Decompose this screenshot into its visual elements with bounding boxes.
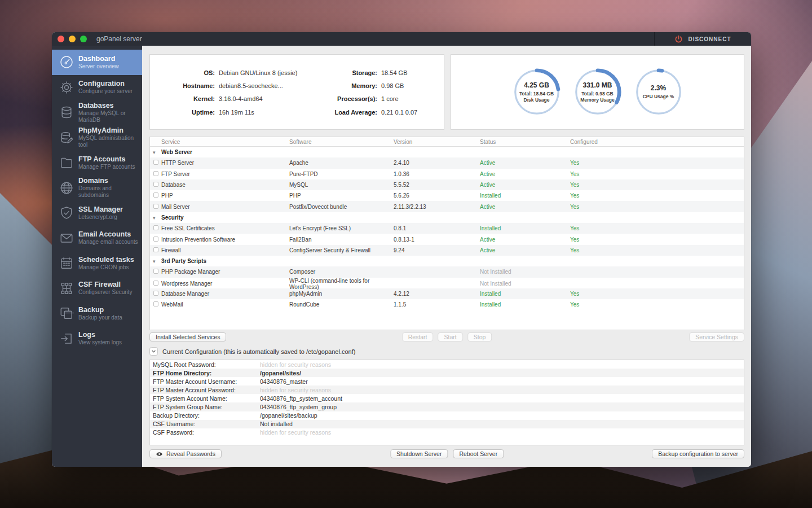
usage-gauge: 4.25 GB Total: 18.54 GB Disk Usage	[513, 68, 561, 116]
info-value: 1 core	[377, 93, 444, 106]
configuration-row[interactable]: FTP System Account Name: 04340876_ftp_sy…	[150, 394, 744, 402]
reveal-passwords-button[interactable]: Reveal Passwords	[149, 449, 222, 458]
sidebar-item-configuration[interactable]: Configuration Configure your server	[52, 75, 142, 100]
configuration-row[interactable]: FTP Home Directory: /gopanel/sites/	[150, 369, 744, 377]
info-label: Hostname:	[163, 79, 215, 92]
gauge-detail: Total: 18.54 GB	[519, 91, 554, 97]
chevron-down-icon	[151, 349, 156, 354]
service-checkbox[interactable]	[153, 237, 158, 242]
sidebar-item-domains[interactable]: Domains Domains and subdomains	[52, 176, 142, 201]
shutdown-server-button[interactable]: Shutdown Server	[390, 449, 448, 458]
table-row[interactable]: ▾ Intrusion Prevention Software Fail2Ban…	[150, 234, 744, 244]
table-row[interactable]: ▾ Security	[150, 212, 744, 223]
service-checkbox[interactable]	[153, 192, 158, 198]
configuration-row[interactable]: MySQL Root Password: hidden for security…	[150, 360, 744, 369]
service-version: 0.8.13-1	[394, 237, 480, 243]
configuration-label: FTP Master Account Username:	[153, 378, 260, 385]
sidebar-item-phpmyadmin[interactable]: PhpMyAdmin MySQL administration tool	[52, 125, 142, 151]
stop-button[interactable]: Stop	[467, 332, 492, 341]
service-version: 2.11.3/2.2.13	[394, 204, 480, 210]
sidebar-item-subtitle: MySQL administration tool	[78, 135, 142, 148]
group-collapse-icon[interactable]: ▾	[153, 259, 156, 264]
configuration-row[interactable]: FTP Master Account Username: 04340876_ma…	[150, 377, 744, 386]
service-checkbox[interactable]	[153, 182, 158, 187]
configuration-value: /gopanel/sites/	[260, 370, 744, 376]
table-row[interactable]: ▾ Database Manager phpMyAdmin 4.2.12 Ins…	[150, 288, 744, 299]
configuration-table: MySQL Root Password: hidden for security…	[149, 360, 744, 445]
table-row[interactable]: ▾ 3rd Party Scripts	[150, 256, 744, 266]
gauge-value: 4.25 GB	[524, 81, 549, 90]
table-row[interactable]: ▾ Firewall ConfigServer Security & Firew…	[150, 245, 744, 256]
backup-configuration-button[interactable]: Backup configuration to server	[652, 449, 744, 458]
group-collapse-icon[interactable]: ▾	[153, 215, 156, 221]
table-row[interactable]: ▾ Web Server	[150, 147, 744, 157]
service-settings-button[interactable]: Service Settings	[689, 332, 744, 341]
configuration-row[interactable]: Backup Directory: /gopanel/sites/backup	[150, 411, 744, 420]
configuration-row[interactable]: FTP Master Account Password: hidden for …	[150, 386, 744, 394]
service-checkbox[interactable]	[153, 160, 158, 165]
usage-gauges-panel: 4.25 GB Total: 18.54 GB Disk Usage 331.0…	[451, 54, 744, 130]
zoom-button[interactable]	[80, 36, 87, 42]
install-selected-services-button[interactable]: Install Selected Services	[149, 332, 226, 341]
table-row[interactable]: ▾ PHP PHP 5.6.26 Installed Yes	[150, 190, 744, 201]
sidebar-item-databases[interactable]: Databases Manage MySQL or MariaDB	[52, 100, 142, 125]
sidebar-item-title: Configuration	[78, 80, 133, 88]
minimize-button[interactable]	[69, 36, 76, 42]
configuration-value: hidden for security reasons	[260, 387, 744, 393]
configuration-label: CSF Username:	[153, 421, 260, 427]
gauge-value: 2.3%	[651, 84, 666, 93]
service-name: FTP Server	[161, 171, 289, 177]
collapse-configuration-button[interactable]	[149, 347, 158, 356]
service-checkbox[interactable]	[153, 291, 158, 296]
service-checkbox[interactable]	[153, 281, 158, 286]
sidebar-item-email-accounts[interactable]: Email Accounts Manage email accounts	[52, 226, 142, 251]
service-checkbox[interactable]	[153, 269, 158, 274]
traffic-lights	[58, 36, 87, 42]
sidebar-item-subtitle: Configserver Security	[78, 289, 133, 296]
col-service: Service	[161, 139, 289, 145]
group-collapse-icon[interactable]: ▾	[153, 150, 156, 155]
sidebar-item-csf-firewall[interactable]: CSF Firewall Configserver Security	[52, 276, 142, 301]
sidebar-item-title: Backup	[78, 306, 122, 314]
service-checkbox[interactable]	[153, 247, 158, 252]
sidebar-item-logs[interactable]: Logs View system logs	[52, 326, 142, 352]
table-row[interactable]: ▾ HTTP Server Apache 2.4.10 Active Yes	[150, 157, 744, 168]
service-checkbox[interactable]	[153, 204, 158, 209]
table-row[interactable]: ▾ FTP Server Pure-FTPD 1.0.36 Active Yes	[150, 169, 744, 179]
service-configured: Yes	[570, 182, 744, 188]
table-row[interactable]: ▾ Mail Server Postfix/Dovecot bundle 2.1…	[150, 201, 744, 212]
sidebar-item-backup[interactable]: Backup Backup your data	[52, 301, 142, 326]
sidebar-item-subtitle: Domains and subdomains	[78, 185, 142, 199]
table-row[interactable]: ▾ Free SSL Certificates Let's Encrypt (F…	[150, 223, 744, 234]
table-row[interactable]: ▾ PHP Package Manager Composer Not Insta…	[150, 266, 744, 277]
info-label: Storage:	[321, 66, 377, 79]
service-configured: Yes	[570, 192, 744, 199]
service-actions: Install Selected Services Restart Start …	[149, 332, 744, 342]
disconnect-button[interactable]: DISCONNECT	[654, 32, 751, 46]
table-row[interactable]: ▾ Wordpress Manager WP-CLI (command-line…	[150, 278, 744, 288]
service-checkbox[interactable]	[153, 301, 158, 306]
close-button[interactable]	[58, 36, 64, 42]
sidebar-item-ftp-accounts[interactable]: FTP Accounts Manage FTP accounts	[52, 150, 142, 176]
gauge-label: Memory Usage	[580, 97, 614, 103]
reboot-server-button[interactable]: Reboot Server	[453, 449, 504, 458]
sidebar-item-dashboard[interactable]: Dashboard Server overview	[52, 50, 142, 75]
service-software: MySQL	[289, 182, 394, 188]
configuration-row[interactable]: CSF Password: hidden for security reason…	[150, 428, 744, 437]
table-row[interactable]: ▾ WebMail RoundCube 1.1.5 Installed Yes	[150, 299, 744, 310]
sidebar-item-ssl-manager[interactable]: SSL Manager Letsencrypt.org	[52, 200, 142, 226]
restart-button[interactable]: Restart	[402, 332, 434, 341]
service-software: Fail2Ban	[289, 237, 394, 243]
sidebar-item-scheduled-tasks[interactable]: Scheduled tasks Manage CRON jobs	[52, 251, 142, 276]
service-name: Mail Server	[161, 204, 289, 210]
start-button[interactable]: Start	[438, 332, 463, 341]
service-checkbox[interactable]	[153, 171, 158, 176]
service-checkbox[interactable]	[153, 225, 158, 230]
sidebar-item-title: Scheduled tasks	[78, 256, 134, 264]
table-row[interactable]: ▾ Database MySQL 5.5.52 Active Yes	[150, 179, 744, 190]
info-value: 18.54 GB	[377, 66, 444, 79]
configuration-row[interactable]: CSF Username: Not installed	[150, 420, 744, 428]
configuration-row[interactable]: FTP System Group Name: 04340876_ftp_syst…	[150, 402, 744, 411]
gauge-detail: Total: 0.98 GB	[581, 91, 614, 97]
service-configured: Yes	[570, 225, 744, 231]
